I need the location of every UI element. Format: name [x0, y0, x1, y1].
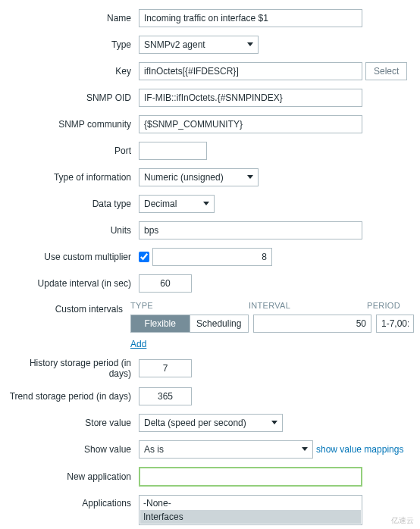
show-value-mappings-link[interactable]: show value mappings — [316, 444, 403, 455]
ci-add-link[interactable]: Add — [130, 339, 146, 349]
name-input[interactable] — [139, 9, 362, 27]
label-applications: Applications — [6, 495, 139, 509]
ci-type-segment: Flexible Scheduling — [130, 315, 249, 333]
type-of-info-select[interactable]: Numeric (unsigned) — [139, 168, 259, 186]
new-application-input[interactable] — [139, 467, 362, 487]
trend-period-input[interactable] — [139, 387, 192, 405]
type-select[interactable]: SNMPv2 agent — [139, 36, 259, 54]
label-show-value: Show value — [6, 444, 139, 455]
label-snmp-community: SNMP community — [6, 119, 139, 130]
label-data-type: Data type — [6, 199, 139, 209]
ci-interval-input[interactable] — [253, 315, 371, 333]
label-new-application: New application — [6, 471, 139, 482]
ci-header-type: TYPE — [130, 301, 249, 310]
label-type: Type — [6, 39, 139, 50]
label-trend-period: Trend storage period (in days) — [6, 391, 139, 402]
store-value-select[interactable]: Delta (speed per second) — [139, 414, 283, 432]
label-type-of-info: Type of information — [6, 172, 139, 183]
custom-intervals-block: TYPE INTERVAL PERIOD Flexible Scheduling… — [130, 301, 414, 349]
history-period-input[interactable] — [139, 359, 192, 377]
label-port: Port — [6, 146, 139, 156]
key-input[interactable] — [139, 62, 362, 80]
list-item[interactable]: -None- — [140, 496, 361, 510]
tab-flexible[interactable]: Flexible — [131, 315, 190, 332]
select-button[interactable]: Select — [365, 62, 407, 80]
label-key: Key — [6, 66, 139, 77]
label-update-interval: Update interval (in sec) — [6, 278, 139, 289]
snmp-oid-input[interactable] — [139, 89, 362, 107]
label-store-value: Store value — [6, 418, 139, 428]
snmp-community-input[interactable] — [139, 115, 362, 133]
label-use-multiplier: Use custom multiplier — [6, 252, 139, 262]
item-form: Name Type SNMPv2 agent Key Select SNMP O… — [0, 0, 420, 529]
ci-header-interval: INTERVAL — [249, 301, 367, 310]
port-input[interactable] — [139, 142, 207, 160]
applications-listbox[interactable]: -None- Interfaces — [139, 495, 362, 525]
label-history-period: History storage period (in days) — [6, 358, 139, 379]
units-input[interactable] — [139, 221, 362, 239]
ci-period-input[interactable] — [376, 315, 414, 333]
label-snmp-oid: SNMP OID — [6, 92, 139, 103]
show-value-select[interactable]: As is — [139, 440, 313, 459]
update-interval-input[interactable] — [139, 274, 192, 293]
list-item[interactable]: Interfaces — [140, 510, 361, 524]
data-type-select[interactable]: Decimal — [139, 195, 215, 213]
multiplier-checkbox[interactable] — [139, 252, 149, 262]
multiplier-input[interactable] — [152, 248, 272, 266]
ci-header-period: PERIOD — [367, 301, 400, 310]
label-name: Name — [6, 13, 139, 23]
label-custom-intervals: Custom intervals — [6, 301, 130, 315]
label-units: Units — [6, 225, 139, 236]
tab-scheduling[interactable]: Scheduling — [190, 315, 249, 332]
